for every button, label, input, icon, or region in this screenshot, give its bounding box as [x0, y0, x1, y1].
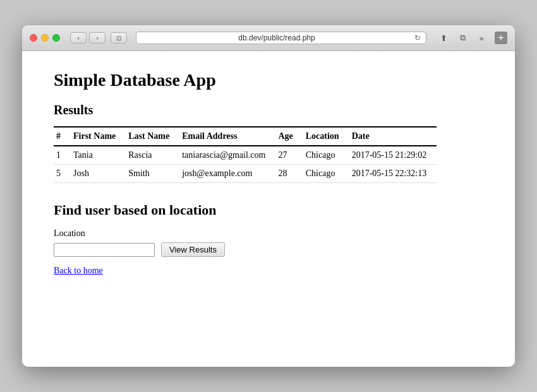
find-heading: Find user based on location [54, 202, 483, 218]
cell-last_name: Rascia [126, 146, 179, 165]
back-to-home-link[interactable]: Back to home [54, 266, 103, 275]
cell-first_name: Josh [71, 165, 126, 183]
table-row: 1TaniaRasciataniarascia@gmail.com27Chica… [54, 146, 437, 165]
results-heading: Results [54, 103, 483, 117]
col-header-lastname: Last Name [126, 127, 179, 146]
back-button[interactable]: ‹ [70, 32, 87, 44]
cell-email: josh@example.com [179, 165, 275, 183]
location-label: Location [54, 229, 483, 239]
more-icon: » [479, 33, 483, 43]
results-table: # First Name Last Name Email Address Age… [54, 126, 437, 183]
browser-window: ‹ › ⊡ ↻ ⬆ ⧉ » + [22, 25, 515, 367]
table-body: 1TaniaRasciataniarascia@gmail.com27Chica… [54, 146, 437, 183]
cell-age: 28 [275, 165, 303, 183]
cell-location: Chicago [303, 165, 349, 183]
form-row: View Results [54, 242, 483, 257]
view-results-button[interactable]: View Results [161, 242, 225, 257]
app-title: Simple Database App [54, 70, 483, 90]
more-button[interactable]: » [473, 32, 490, 44]
close-button[interactable] [30, 34, 37, 42]
col-header-age: Age [275, 127, 303, 146]
col-header-firstname: First Name [71, 127, 126, 146]
nav-buttons: ‹ › [70, 32, 106, 44]
col-header-date: Date [349, 127, 437, 146]
col-header-id: # [54, 127, 71, 146]
cell-date: 2017-05-15 22:32:13 [349, 165, 437, 183]
cell-email: taniarascia@gmail.com [179, 146, 275, 165]
toolbar-right: ⬆ ⧉ » [435, 32, 490, 44]
cell-age: 27 [275, 146, 303, 165]
location-input[interactable] [54, 243, 155, 257]
duplicate-button[interactable]: ⧉ [454, 32, 471, 44]
cell-id: 5 [54, 165, 71, 183]
address-bar-container[interactable]: ↻ [136, 32, 426, 44]
table-header-row: # First Name Last Name Email Address Age… [54, 127, 437, 146]
cell-last_name: Smith [126, 165, 179, 183]
cell-date: 2017-05-15 21:29:02 [349, 146, 437, 165]
col-header-email: Email Address [179, 127, 275, 146]
back-icon: ‹ [77, 34, 80, 42]
cell-location: Chicago [303, 146, 349, 165]
share-icon: ⬆ [440, 33, 447, 43]
sidebar-button[interactable]: ⊡ [111, 32, 127, 44]
share-button[interactable]: ⬆ [435, 32, 452, 44]
col-header-location: Location [303, 127, 349, 146]
refresh-button[interactable]: ↻ [414, 33, 421, 42]
forward-icon: › [96, 34, 99, 42]
maximize-button[interactable] [52, 34, 60, 42]
minimize-button[interactable] [41, 34, 49, 42]
duplicate-icon: ⧉ [460, 33, 466, 43]
add-tab-button[interactable]: + [495, 32, 507, 44]
cell-id: 1 [54, 146, 71, 165]
forward-button[interactable]: › [89, 32, 106, 44]
traffic-lights [30, 34, 60, 42]
add-tab-icon: + [498, 33, 504, 43]
address-bar[interactable] [142, 33, 412, 42]
title-bar: ‹ › ⊡ ↻ ⬆ ⧉ » + [22, 25, 515, 51]
cell-first_name: Tania [71, 146, 126, 165]
table-row: 5JoshSmithjosh@example.com28Chicago2017-… [54, 165, 437, 183]
page-content: Simple Database App Results # First Name… [22, 51, 515, 367]
sidebar-icon: ⊡ [116, 35, 121, 42]
